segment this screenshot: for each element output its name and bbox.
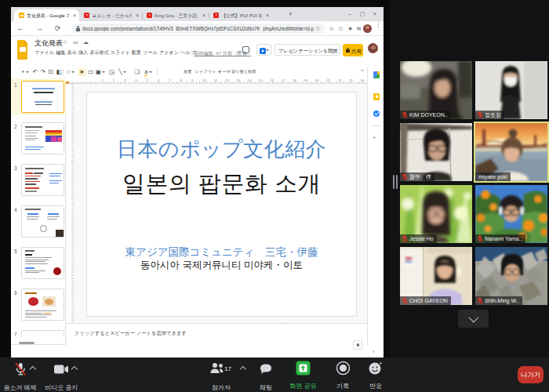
tab-close-icon[interactable]: × xyxy=(73,13,76,18)
record-button[interactable]: 기록 xyxy=(329,360,356,379)
meet-present-button[interactable] xyxy=(256,44,271,56)
tab-yorushika[interactable]: ヨルシカ - だから僕は音楽を辞めた (... × xyxy=(79,9,142,21)
tab-close-icon[interactable]: × xyxy=(266,13,269,18)
menu-view[interactable]: 表示 xyxy=(67,49,77,57)
reload-icon[interactable]: ⟳ xyxy=(55,24,61,33)
tab-close-icon[interactable]: × xyxy=(136,13,139,18)
select-cursor-icon[interactable]: ➤ xyxy=(78,68,85,76)
account-avatar[interactable] xyxy=(368,43,378,53)
collapse-menus-icon[interactable]: ⌃ xyxy=(360,69,365,75)
zoom-tool-icon[interactable]: ○ xyxy=(64,68,77,76)
slide-1-thumbnail[interactable] xyxy=(21,81,64,113)
insert-image-icon[interactable]: ▣ xyxy=(94,68,107,76)
redo-icon[interactable]: ↷ xyxy=(40,68,46,76)
window-maximize-button[interactable]: ▢ xyxy=(360,10,365,17)
cloud-status-icon[interactable]: ☁ xyxy=(83,39,89,45)
share-screen-button[interactable]: 화면 공유 xyxy=(287,360,319,379)
window-close-button[interactable]: × xyxy=(373,10,377,17)
window-minimize-button[interactable]: – xyxy=(347,10,352,17)
participant-tile[interactable]: 畠中 伴 xyxy=(400,123,472,181)
reactions-button[interactable]: + 반응 xyxy=(362,360,389,379)
participant-tile[interactable]: KIM DOYEON.. xyxy=(400,61,472,119)
tab-kinggnu[interactable]: King Gnu - 三文小説 - YouTube × xyxy=(142,9,209,21)
menu-slide[interactable]: スライド xyxy=(111,49,130,57)
extension-icon[interactable]: ◫ xyxy=(338,25,344,31)
extension-icon[interactable]: ◎ xyxy=(329,25,334,31)
theme-button[interactable]: テーマ xyxy=(218,69,231,74)
participants-button[interactable]: 17 참가자 xyxy=(205,361,237,378)
chat-button[interactable]: 채팅 xyxy=(253,361,279,378)
slide-credit-japanese[interactable]: 東アジア国際コミュニティ 三宅・伊藤 xyxy=(87,245,356,260)
google-slides-logo-icon[interactable] xyxy=(17,40,27,60)
share-button[interactable]: 共有 xyxy=(343,44,363,56)
participant-tile[interactable]: Jessie Ho xyxy=(400,185,472,243)
speaker-notes-bar[interactable]: ⋯ クリックするとスピーカー ノートを追加できます xyxy=(67,323,367,345)
keep-icon[interactable] xyxy=(373,93,380,100)
bookmark-star-icon[interactable]: ☆ xyxy=(315,25,321,32)
menu-insert[interactable]: 挿入 xyxy=(78,49,88,57)
start-presentation-button[interactable]: プレゼンテーションを開始 xyxy=(274,44,340,56)
extension-icon[interactable]: ▤ xyxy=(356,25,362,31)
slide-3-thumbnail[interactable] xyxy=(21,164,64,196)
expand-sidebar-icon[interactable]: › xyxy=(373,349,374,354)
menu-arrange[interactable]: 配置 xyxy=(132,49,141,57)
participant-tile-active-speaker[interactable]: miyake yuki xyxy=(475,123,547,181)
more-participants-button[interactable] xyxy=(458,310,489,328)
add-addon-icon[interactable]: + xyxy=(373,134,376,141)
comment-history-icon[interactable] xyxy=(242,46,249,53)
menu-edit[interactable]: 編集 xyxy=(56,49,65,57)
slide-6-thumbnail[interactable] xyxy=(21,289,64,321)
background-button[interactable]: 背景 xyxy=(184,69,191,74)
browser-menu-icon[interactable]: ⋮ xyxy=(375,24,377,27)
layout-button[interactable]: レイアウト xyxy=(195,69,221,74)
slide-5-thumbnail[interactable] xyxy=(21,247,64,279)
notes-drag-handle[interactable]: ⋯ xyxy=(281,322,293,325)
tab-close-icon[interactable]: × xyxy=(202,13,205,18)
tasks-icon[interactable] xyxy=(373,110,380,117)
slide-credit-korean[interactable]: 동아시아 국제커뮤니티 미야케・이토 xyxy=(87,259,356,272)
star-document-icon[interactable]: ☆ xyxy=(63,39,67,45)
paint-format-icon[interactable]: ◧ xyxy=(56,68,62,76)
insert-comment-icon[interactable]: ❏ xyxy=(133,68,140,76)
textbox-icon[interactable]: ▭ xyxy=(87,68,94,76)
video-options-chevron-icon[interactable] xyxy=(72,365,78,371)
document-title[interactable]: 文化発表 xyxy=(35,38,63,49)
slide-title-japanese[interactable]: 日本のポップ文化紹介 xyxy=(87,136,356,163)
participant-tile[interactable]: 정호진 xyxy=(475,61,547,119)
tab-slides[interactable]: 文化発表 - Google スライド × xyxy=(14,9,79,21)
participant-tile[interactable]: CHOI GAYEON xyxy=(400,247,472,305)
menu-addons[interactable]: アドオン xyxy=(159,49,179,57)
panel-resize-handle[interactable] xyxy=(393,175,398,189)
mic-options-chevron-icon[interactable] xyxy=(31,365,36,371)
participant-tile[interactable]: Nanami Yama.. xyxy=(475,185,547,243)
move-folder-icon[interactable]: ▭ xyxy=(73,39,78,45)
slide-2-thumbnail[interactable] xyxy=(21,122,64,154)
leave-meeting-button[interactable]: 나가기 xyxy=(518,366,544,383)
menu-tools[interactable]: ツール xyxy=(143,49,158,57)
print-icon[interactable]: ⊡ xyxy=(48,68,54,76)
profile-avatar[interactable] xyxy=(363,24,372,33)
slide-7-thumbnail[interactable] xyxy=(21,330,64,337)
extensions-puzzle-icon[interactable]: ◆ xyxy=(347,25,353,31)
slide-title-korean[interactable]: 일본의 팝문화 소개 xyxy=(87,169,356,200)
slide-4-thumbnail[interactable] xyxy=(21,205,64,238)
new-tab-button[interactable]: + xyxy=(287,11,294,18)
new-slide-button[interactable]: + xyxy=(19,68,31,76)
transition-button[interactable]: 切り替え効果 xyxy=(231,69,256,74)
forward-icon[interactable]: → xyxy=(36,24,43,33)
insert-line-icon[interactable]: ╲ xyxy=(116,68,129,76)
tab-molcar[interactable]: 【公式】PUI PUI モルカー 第1話「... × xyxy=(209,9,272,21)
undo-icon[interactable]: ↶ xyxy=(32,68,38,76)
address-bar[interactable]: docs.google.com/presentation/d/1T4fHV3_B… xyxy=(71,24,325,34)
back-icon[interactable]: ← xyxy=(16,24,24,33)
menu-file[interactable]: ファイル xyxy=(35,49,54,57)
ruler-number: 11 xyxy=(214,78,217,82)
speaker-notes-toggle-icon[interactable] xyxy=(353,340,362,350)
calendar-icon[interactable] xyxy=(373,71,380,78)
current-slide[interactable]: 日本のポップ文化紹介 일본의 팝문화 소개 東アジア国際コミュニティ 三宅・伊藤… xyxy=(86,92,357,317)
menu-format[interactable]: 表示形式 xyxy=(89,49,108,57)
background-color-icon[interactable]: a xyxy=(144,68,153,76)
insert-shape-icon[interactable]: ◳ xyxy=(108,68,115,76)
participants-chevron-icon[interactable] xyxy=(241,365,246,371)
participant-tile[interactable]: Shih-Ming W.. xyxy=(475,247,547,305)
